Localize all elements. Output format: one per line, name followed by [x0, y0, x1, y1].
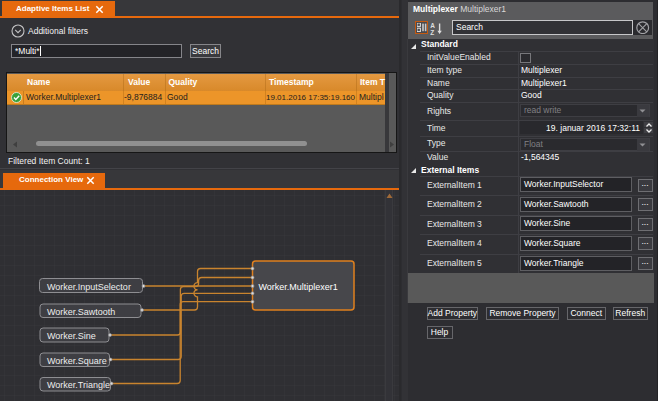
svg-text:Worker.Sine: Worker.Sine	[47, 331, 96, 341]
svg-text:Worker.Square: Worker.Square	[47, 356, 107, 366]
svg-text:Worker.Sawtooth: Worker.Sawtooth	[47, 306, 115, 316]
svg-text:Worker.InputSelector: Worker.InputSelector	[47, 281, 131, 291]
svg-text:Worker.Multiplexer1: Worker.Multiplexer1	[259, 281, 338, 291]
svg-text:Z: Z	[430, 28, 434, 35]
svg-text:Worker.Triangle: Worker.Triangle	[47, 380, 110, 390]
